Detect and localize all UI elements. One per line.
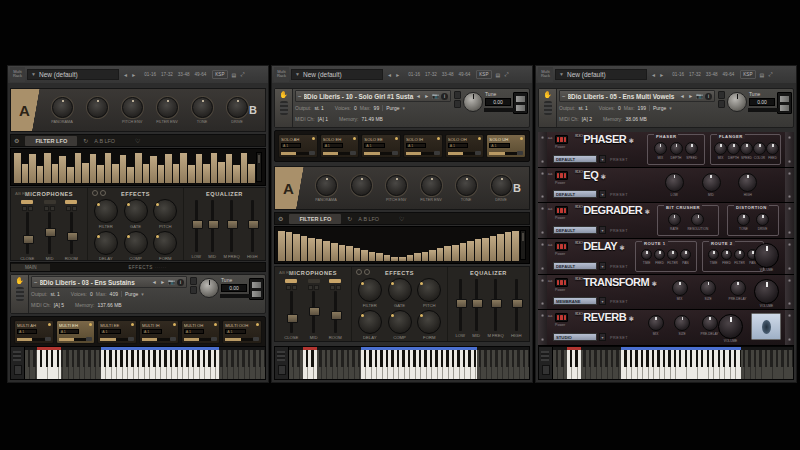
loop-icon[interactable]: ↻ [83, 137, 88, 144]
ab-toggle-icons[interactable] [92, 190, 106, 196]
fx-knob[interactable] [153, 199, 177, 223]
max-value[interactable]: 199 [638, 105, 646, 111]
bank-tab[interactable]: 01-16 [142, 70, 158, 79]
resize-icon[interactable]: ⤢ [768, 71, 772, 78]
output-value[interactable]: st. 1 [578, 105, 587, 111]
seq-bar[interactable] [497, 234, 504, 261]
seq-bar[interactable] [384, 255, 391, 261]
mini-button[interactable] [253, 337, 259, 341]
seq-bar[interactable] [361, 250, 368, 261]
mic-fader-close[interactable]: CLOSE [20, 200, 34, 261]
seq-bar[interactable] [218, 162, 225, 183]
seq-bar[interactable] [37, 166, 44, 183]
macro-knob[interactable] [52, 97, 73, 118]
bank-tab[interactable]: 01-16 [406, 70, 422, 79]
mini-button[interactable] [211, 337, 217, 341]
seq-bar[interactable] [143, 164, 150, 183]
mini-button[interactable] [350, 151, 356, 155]
tab-ab-lfo[interactable]: A.B LFO [94, 138, 115, 144]
seq-bar[interactable] [369, 252, 376, 261]
mini-button[interactable] [86, 337, 92, 341]
solo-mute-buttons[interactable] [718, 91, 725, 125]
link-icon[interactable]: ⚯ [548, 313, 552, 319]
mini-button[interactable] [309, 151, 315, 155]
seq-bar[interactable] [67, 167, 74, 183]
gear-icon[interactable]: ⚙ [14, 137, 19, 144]
purge-menu[interactable]: Purge [649, 105, 666, 111]
mini-button[interactable] [128, 337, 134, 341]
volume-big-knob[interactable] [718, 314, 743, 339]
keyswitch-box[interactable]: A 1 [323, 143, 343, 148]
seq-bar[interactable] [460, 243, 467, 261]
mini-button[interactable] [45, 337, 51, 341]
heart-icon[interactable]: ♡ [135, 137, 140, 144]
bank-tab[interactable]: 49-64 [193, 70, 209, 79]
effect-knob[interactable] [730, 280, 746, 296]
power-switch[interactable] [555, 313, 568, 322]
tune-value[interactable]: 0.00 [485, 98, 511, 106]
keyswitch-box[interactable]: A 1 [142, 329, 162, 334]
snapshot-camera-icon[interactable]: 📷 [432, 93, 439, 99]
effect-knob[interactable] [756, 213, 769, 226]
prev-next-icons[interactable]: ◄ ► [416, 93, 430, 99]
link-icon[interactable]: ⚯ [548, 206, 552, 212]
macro-knob[interactable] [386, 175, 407, 196]
fx-knob[interactable] [358, 278, 382, 302]
keyswitch-box[interactable]: A 1 [59, 329, 79, 334]
seq-bar[interactable] [196, 154, 203, 183]
playable-range[interactable] [621, 350, 741, 379]
preset-arrow[interactable]: ▾ [599, 155, 606, 163]
effect-knob[interactable] [734, 249, 745, 260]
tab-filter-lfo[interactable]: FILTER LFO [25, 136, 77, 146]
prev-next-icons[interactable]: ◄ ► [152, 279, 166, 285]
keyboard-controls[interactable] [275, 347, 289, 379]
power-switch[interactable] [555, 171, 568, 180]
gear-icon[interactable]: ⚙ [278, 215, 283, 222]
seq-scrollbar[interactable] [256, 152, 262, 182]
mic-fader-close[interactable]: CLOSE [284, 279, 298, 340]
tune-value[interactable]: 0.00 [749, 98, 775, 106]
eq-fader[interactable]: HIGH [511, 279, 521, 338]
pan-slider[interactable] [748, 108, 788, 112]
output-value[interactable]: st. 1 [314, 105, 323, 111]
seq-bar[interactable] [248, 164, 255, 183]
keyswitch-box[interactable]: A 1 [281, 143, 301, 148]
eq-fader[interactable]: HIGH [247, 200, 257, 259]
seq-bar[interactable] [52, 164, 59, 183]
vowel-cell[interactable]: MULTI OH A 1 [181, 320, 221, 344]
keyswitch-range[interactable] [37, 350, 61, 379]
effect-knob[interactable] [641, 249, 652, 260]
tab-ab-lfo[interactable]: A.B LFO [358, 216, 379, 222]
effect-knob[interactable] [670, 142, 683, 155]
effect-knob[interactable] [727, 142, 740, 155]
instrument-title-bar[interactable]: − 8Dio Liberis - 03 - Ens Sustains ◄ ► 📷… [31, 276, 187, 288]
effect-knob[interactable] [691, 213, 704, 226]
effect-knob[interactable] [753, 142, 766, 155]
vowel-cell[interactable]: SOLO EE A 1 [361, 134, 401, 158]
link-icon[interactable]: ⚯ [548, 171, 552, 177]
mic-fader-mid[interactable]: MID [44, 200, 56, 261]
preset-dropdown[interactable]: STUDIO [553, 333, 597, 341]
macro-knob[interactable] [122, 97, 143, 118]
seq-bar[interactable] [308, 238, 315, 261]
keyswitch-box[interactable]: A 1 [489, 143, 509, 148]
seq-bar[interactable] [90, 154, 97, 183]
bank-tab[interactable]: 01-16 [670, 70, 686, 79]
multi-preset-dropdown[interactable]: ▼New (default) [555, 69, 647, 80]
seq-bar[interactable] [22, 164, 29, 183]
seq-bar[interactable] [399, 257, 406, 261]
preset-arrow[interactable]: ▾ [599, 262, 606, 270]
eq-fader[interactable]: MID [208, 200, 216, 259]
effect-knob[interactable] [708, 249, 719, 260]
keyboard-keys[interactable] [289, 350, 529, 379]
snapshot-camera-icon[interactable]: 📷 [168, 279, 175, 285]
seq-bar[interactable] [158, 165, 165, 183]
keyboard-keys[interactable] [553, 350, 793, 379]
effect-knob[interactable] [714, 142, 727, 155]
pan-slider[interactable] [220, 294, 260, 298]
mic-fader-room[interactable]: ROOM [329, 279, 342, 340]
seq-bar[interactable] [173, 164, 180, 183]
mini-button[interactable] [392, 151, 398, 155]
seq-bar[interactable] [444, 246, 451, 261]
effect-knob[interactable] [766, 142, 779, 155]
